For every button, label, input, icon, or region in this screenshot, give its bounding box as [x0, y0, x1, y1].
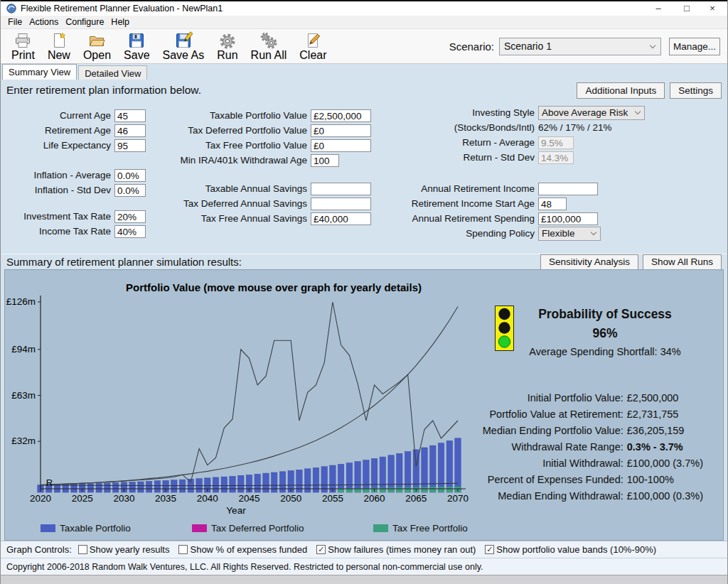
- unchecked-checkbox-icon[interactable]: [78, 545, 87, 554]
- sensitivity-analysis-button[interactable]: Sensitivity Analysis: [540, 254, 638, 270]
- investing-style-combo[interactable]: Above Average Risk: [538, 106, 645, 120]
- taxable-bar: [272, 472, 277, 492]
- legend-swatch: [192, 524, 207, 532]
- run-button[interactable]: Run: [210, 31, 244, 63]
- checkbox-show-portfolio-value-bands-10-90[interactable]: ✓Show portfolio value bands (10%-90%): [485, 544, 656, 555]
- app-icon: [6, 4, 16, 13]
- annual-retirement-income-field[interactable]: [538, 183, 598, 195]
- investment-tax-rate-field[interactable]: 20%: [114, 210, 146, 223]
- copyright-text: Copyright 2006-2018 Random Walk Ventures…: [6, 562, 483, 572]
- save-button[interactable]: Save: [117, 31, 156, 63]
- maximize-button[interactable]: □: [675, 1, 699, 16]
- checked-checkbox-icon[interactable]: ✓: [316, 545, 326, 554]
- checkbox-show-failures-times-money-ran-out[interactable]: ✓Show failures (times money ran out): [316, 544, 476, 555]
- probability-value: 96%: [518, 326, 692, 341]
- taxable-bar: [263, 473, 269, 492]
- probability-title: Probability of Success: [518, 307, 692, 322]
- window-title: Flexible Retirement Planner Evaluation -…: [21, 4, 223, 13]
- open-icon: [87, 31, 106, 50]
- x-tick-label: 2050: [280, 493, 301, 504]
- show-all-runs-button[interactable]: Show All Runs: [643, 254, 722, 270]
- legend-tax-free-portfolio: Tax Free Portfolio: [373, 523, 468, 534]
- save-as-button[interactable]: Save As: [156, 31, 211, 63]
- tax-deferred-portfolio-value-field[interactable]: £0: [311, 124, 371, 137]
- menu-actions[interactable]: Actions: [26, 17, 62, 27]
- menu-configure[interactable]: Configure: [62, 17, 107, 27]
- annual-retirement-spending-label: Annual Retirement Spending: [399, 213, 538, 224]
- traffic-light-icon: [495, 305, 514, 357]
- clear-button[interactable]: Clear: [293, 31, 333, 63]
- x-tick-label: 2055: [322, 493, 343, 504]
- copyright-bar: Copyright 2006-2018 Random Walk Ventures…: [1, 558, 727, 575]
- min-ira-401k-withdrawal-age-label: Min IRA/401k Withdrawal Age: [156, 155, 311, 166]
- scenario-select[interactable]: Scenario 1: [499, 38, 661, 55]
- inflation-average-field[interactable]: 0.0%: [114, 169, 146, 182]
- tab-summary-view[interactable]: Summary View: [2, 64, 77, 80]
- manage-button[interactable]: Manage...: [669, 38, 720, 55]
- x-tick-label: 2060: [364, 493, 385, 504]
- chevron-down-icon: [591, 229, 596, 235]
- taxable-bar: [422, 448, 427, 492]
- retirement-income-start-age-field[interactable]: 48: [538, 198, 567, 210]
- stat-label: Withdrawal Rate Range:: [483, 441, 623, 453]
- menu-file[interactable]: File: [4, 17, 26, 27]
- taxable-bar: [279, 472, 285, 492]
- menu-help[interactable]: Help: [107, 17, 133, 27]
- results-header: Summary of retirement planner simulation…: [6, 256, 242, 268]
- annual-retirement-spending-field[interactable]: £100,000: [538, 212, 598, 225]
- portfolio-chart[interactable]: Portfolio Value (move mouse over graph f…: [5, 277, 488, 522]
- taxable-portfolio-value-field[interactable]: £2,500,000: [311, 109, 371, 122]
- life-expectancy-field[interactable]: 95: [114, 139, 146, 152]
- min-ira-401k-withdrawal-age-field[interactable]: 100: [311, 154, 339, 167]
- checkbox-show-of-expenses-funded[interactable]: Show % of expenses funded: [178, 544, 307, 555]
- run-icon: [218, 31, 237, 50]
- tax-free-bar: [388, 487, 394, 492]
- income-tax-rate-label: Income Tax Rate: [6, 226, 114, 237]
- legend-label: Tax Deferred Portfolio: [211, 523, 304, 534]
- new-button[interactable]: New: [41, 31, 77, 63]
- checkbox-label: Show % of expenses funded: [190, 544, 307, 555]
- tax-free-annual-savings-field[interactable]: £40,000: [311, 212, 371, 225]
- stat-label: Percent of Expenses Funded:: [483, 474, 623, 485]
- retirement-age-field[interactable]: 46: [114, 124, 146, 137]
- close-button[interactable]: ×: [700, 1, 724, 16]
- unchecked-checkbox-icon[interactable]: [178, 545, 188, 554]
- tax-free-portfolio-value-field[interactable]: £0: [311, 139, 371, 152]
- investment-tax-rate-label: Investment Tax Rate: [6, 211, 114, 222]
- tax-deferred-annual-savings-field[interactable]: [311, 198, 371, 210]
- taxable-bar: [363, 460, 369, 493]
- taxable-bar: [371, 458, 377, 492]
- spending-policy-combo[interactable]: Flexible: [538, 227, 601, 241]
- current-age-field[interactable]: 45: [114, 109, 146, 122]
- band-90pct-line: [41, 302, 458, 485]
- taxable-bar: [230, 476, 235, 492]
- tab-bar: Summary ViewDetailed View: [1, 64, 727, 80]
- taxable-bar: [105, 483, 110, 492]
- legend-swatch: [41, 524, 55, 532]
- open-button[interactable]: Open: [77, 31, 117, 63]
- tab-detailed-view[interactable]: Detailed View: [78, 65, 147, 80]
- income-tax-rate-field[interactable]: 40%: [114, 225, 146, 238]
- additional-inputs-button[interactable]: Additional Inputs: [577, 82, 665, 99]
- legend-label: Tax Free Portfolio: [392, 523, 468, 534]
- save-as-button-label: Save As: [163, 49, 205, 62]
- taxable-annual-savings-field[interactable]: [311, 183, 371, 195]
- minimize-button[interactable]: –: [646, 1, 670, 16]
- retirement-marker: R: [46, 477, 53, 488]
- run-all-button[interactable]: Run All: [245, 31, 294, 63]
- clear-icon: [304, 31, 322, 50]
- print-button[interactable]: Print: [5, 31, 41, 63]
- tax-free-bar: [405, 487, 410, 492]
- taxable-bar: [455, 438, 461, 492]
- taxable-portfolio-value-label: Taxable Portfolio Value: [156, 110, 311, 121]
- taxable-bar: [154, 481, 160, 492]
- taxable-bar: [330, 465, 336, 492]
- tax-free-bar: [397, 487, 402, 492]
- new-icon: [50, 31, 68, 50]
- inflation-std-dev-field[interactable]: 0.0%: [114, 184, 146, 197]
- checked-checkbox-icon[interactable]: ✓: [485, 545, 494, 554]
- chevron-down-icon: [635, 109, 641, 114]
- checkbox-show-yearly-results[interactable]: Show yearly results: [78, 544, 170, 555]
- results-panel: Portfolio Value (move mouse over graph f…: [4, 269, 724, 541]
- settings-button[interactable]: Settings: [670, 82, 722, 99]
